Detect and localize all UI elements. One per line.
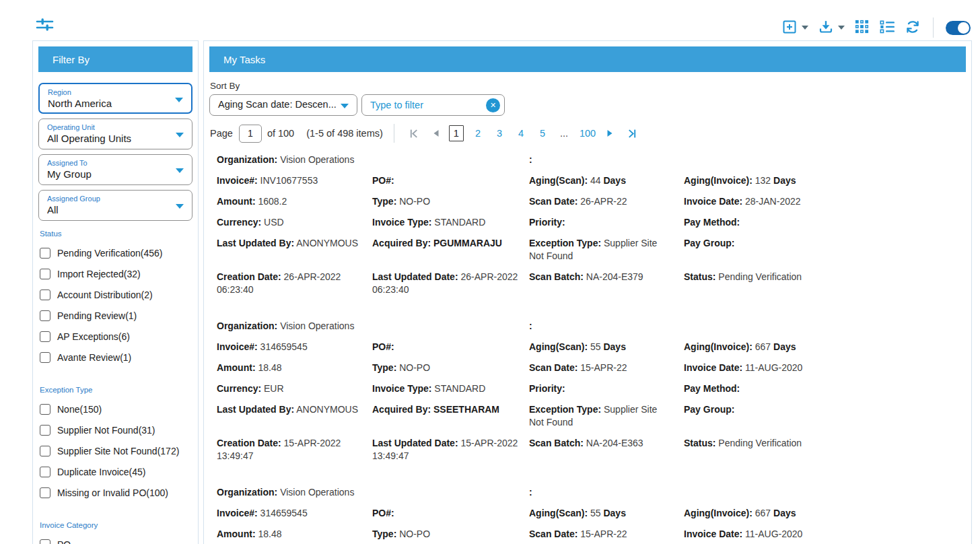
field-cell: Organization: Vision Operations [217,154,372,174]
page-link[interactable]: 4 [514,125,528,141]
checkbox[interactable] [40,290,50,300]
field-label: Invoice Date: [684,362,742,373]
checkbox-item[interactable]: Import Rejected(32) [38,263,193,284]
checkbox[interactable] [40,539,50,544]
field-value: Pending Verification [718,438,802,448]
checkbox[interactable] [40,310,50,321]
add-button[interactable] [781,19,808,37]
field-cell: Organization: Vision Operations [217,320,372,341]
grid-view-button[interactable] [854,19,870,36]
checkbox-item[interactable]: Account Distribution(2) [38,284,193,305]
page-link[interactable]: 5 [535,125,550,141]
dropdown-value: All [47,203,169,216]
checkbox-item[interactable]: PO [38,534,193,544]
field-label: Invoice#: [217,175,258,186]
dropdown-assigned-group[interactable]: Assigned GroupAll [38,190,193,221]
refresh-button[interactable] [905,19,921,37]
first-page-button[interactable] [405,127,423,140]
checkbox[interactable] [40,446,50,456]
checkbox[interactable] [40,467,50,477]
field-value: EUR [264,383,284,394]
field-value: 15-APR-22 [580,529,627,539]
field-value: NO-PO [399,529,430,539]
checkbox-item[interactable]: Supplier Site Not Found(172) [38,440,193,461]
checkbox-label: PO [57,539,71,544]
filter-section-status: StatusPending Verification(456)Import Re… [38,230,193,368]
last-page-button[interactable] [623,127,641,140]
checkbox[interactable] [40,487,50,498]
download-button[interactable] [818,19,845,37]
card-row: Organization: Vision Operations : [217,154,885,174]
checkbox-item[interactable]: Missing or Invalid PO(100) [38,482,193,503]
clear-filter-button[interactable]: ✕ [486,98,500,112]
chevron-down-icon [176,168,184,173]
list-view-button[interactable] [879,20,895,36]
pagination-nav: 12345...100 [405,125,641,141]
field-label: Invoice Date: [684,196,742,207]
checkbox[interactable] [40,352,50,363]
field-label: Exception Type: [529,404,601,415]
filter-input[interactable] [370,96,481,114]
checkbox-item[interactable]: Pending Verification(456) [38,242,193,263]
dropdown-operating-unit[interactable]: Operating UnitAll Operating Units [38,118,193,149]
field-cell: Pay Group: [684,403,839,437]
dropdown-assigned-to[interactable]: Assigned ToMy Group [38,154,193,185]
field-value: NO-PO [399,362,430,373]
field-value-bold: PGUMMARAJU [433,238,502,248]
chevron-down-icon [176,133,184,137]
tune-icon [36,24,54,34]
field-label: Pay Method: [684,383,740,394]
dropdown-value: My Group [47,168,169,180]
field-label: Aging(Scan): [529,175,588,186]
checkbox[interactable] [40,331,50,342]
checkbox-item[interactable]: None(150) [38,399,193,419]
filter-menu-button[interactable] [36,17,54,34]
checkbox-item[interactable]: Duplicate Invoice(45) [38,461,193,482]
checkbox[interactable] [40,425,50,436]
page-link[interactable]: 2 [470,125,485,141]
checkbox-item[interactable]: Avante Review(1) [38,347,193,368]
field-value: Vision Operations [280,487,354,498]
field-label: Aging(Scan): [529,508,588,518]
field-cell: Type: NO-PO [372,362,529,382]
checkbox[interactable] [40,248,50,259]
page-link[interactable]: 100 [578,125,597,141]
dropdown-region[interactable]: RegionNorth America [38,83,193,114]
next-page-button[interactable] [602,128,617,139]
pagination-bar: Page of 100 (1-5 of 498 items) 12345...1… [210,124,966,143]
field-cell: Type: NO-PO [372,528,529,544]
task-card: Organization: Vision Operations : Invoic… [209,318,966,473]
field-value: Vision Operations [280,154,354,165]
field-cell: Invoice#: INV10677553 [217,174,372,195]
page-link[interactable]: 3 [492,125,507,141]
field-label: Exception Type: [529,238,601,248]
field-cell: Amount: 1608.2 [217,195,372,216]
filter-sections: StatusPending Verification(456)Import Re… [38,230,193,544]
field-value: 18.48 [258,362,281,373]
sort-select[interactable]: Aging Scan date: Descen... [209,94,357,116]
field-label: Status: [684,271,715,282]
field-label: Pay Group: [684,404,734,415]
field-label: Priority: [529,217,565,228]
field-value-bold: Days [773,175,796,186]
dropdown-label: Operating Unit [47,123,169,132]
checkbox[interactable] [40,404,50,415]
previous-page-button[interactable] [429,128,444,139]
filter-panel: Filter By RegionNorth AmericaOperating U… [32,40,199,544]
field-cell: Acquired By: PGUMMARAJU [372,237,529,271]
checkbox-item[interactable]: Pending Review(1) [38,305,193,326]
dropdown-value: All Operating Units [47,132,169,145]
field-label: Invoice Type: [372,217,431,228]
checkbox-item[interactable]: AP Exceptions(6) [38,326,193,347]
view-toggle[interactable] [946,21,971,35]
checkbox-label: Avante Review(1) [57,352,131,363]
toolbar-divider [933,18,934,38]
filter-dropdowns: RegionNorth AmericaOperating UnitAll Ope… [38,83,193,221]
checkbox[interactable] [40,269,50,279]
page-label: Page [210,128,233,139]
field-label: Pay Method: [684,217,740,228]
checkbox-item[interactable]: Supplier Not Found(31) [38,419,193,440]
field-cell: PO#: [372,341,529,362]
field-value: NA-204-E363 [586,438,643,448]
page-number-input[interactable] [239,125,262,143]
